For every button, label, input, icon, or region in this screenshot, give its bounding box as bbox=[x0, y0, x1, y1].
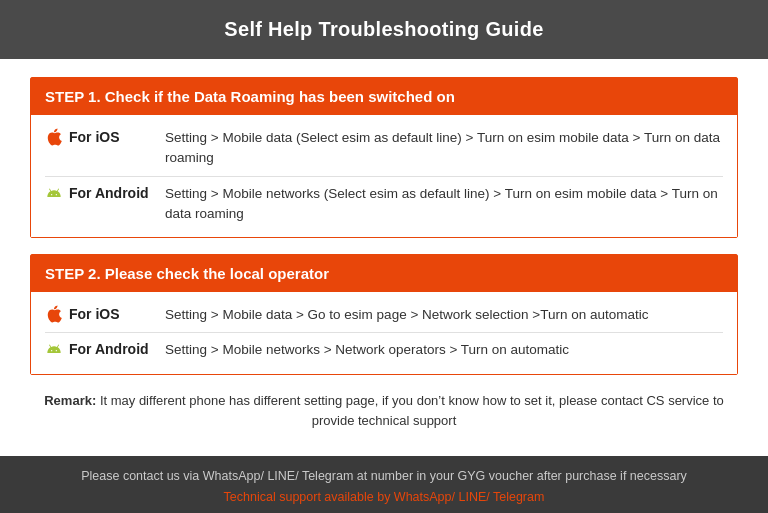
remark-text: It may different phone has different set… bbox=[96, 393, 724, 429]
remark: Remark: It may different phone has diffe… bbox=[30, 391, 738, 433]
step2-android-text: Setting > Mobile networks > Network oper… bbox=[165, 340, 569, 360]
step1-android-text: Setting > Mobile networks (Select esim a… bbox=[165, 184, 723, 225]
android-icon bbox=[45, 184, 63, 202]
step2-block: STEP 2. Please check the local operator … bbox=[30, 254, 738, 375]
step2-ios-label: For iOS bbox=[45, 305, 165, 323]
android-icon-2 bbox=[45, 340, 63, 358]
page-title: Self Help Troubleshooting Guide bbox=[224, 18, 543, 40]
footer: Please contact us via WhatsApp/ LINE/ Te… bbox=[0, 456, 768, 513]
step1-ios-row: For iOS Setting > Mobile data (Select es… bbox=[31, 121, 737, 176]
step1-ios-label: For iOS bbox=[45, 128, 165, 146]
step1-android-row: For Android Setting > Mobile networks (S… bbox=[31, 177, 737, 232]
footer-line2: Technical support available by WhatsApp/… bbox=[20, 487, 748, 508]
step2-ios-text: Setting > Mobile data > Go to esim page … bbox=[165, 305, 649, 325]
step1-rows: For iOS Setting > Mobile data (Select es… bbox=[31, 115, 737, 237]
step2-android-label: For Android bbox=[45, 340, 165, 358]
step2-header: STEP 2. Please check the local operator bbox=[31, 255, 737, 292]
step1-block: STEP 1. Check if the Data Roaming has be… bbox=[30, 77, 738, 238]
step2-android-row: For Android Setting > Mobile networks > … bbox=[31, 333, 737, 367]
footer-line1: Please contact us via WhatsApp/ LINE/ Te… bbox=[20, 466, 748, 487]
page-header: Self Help Troubleshooting Guide bbox=[0, 0, 768, 59]
step2-ios-row: For iOS Setting > Mobile data > Go to es… bbox=[31, 298, 737, 332]
apple-icon-2 bbox=[45, 305, 63, 323]
step2-rows: For iOS Setting > Mobile data > Go to es… bbox=[31, 292, 737, 374]
remark-bold: Remark: bbox=[44, 393, 96, 408]
step1-android-platform-label: For Android bbox=[69, 185, 149, 201]
apple-icon bbox=[45, 128, 63, 146]
step2-android-platform-label: For Android bbox=[69, 341, 149, 357]
step1-android-label: For Android bbox=[45, 184, 165, 202]
main-content: STEP 1. Check if the Data Roaming has be… bbox=[0, 59, 768, 456]
step1-header: STEP 1. Check if the Data Roaming has be… bbox=[31, 78, 737, 115]
step1-ios-text: Setting > Mobile data (Select esim as de… bbox=[165, 128, 723, 169]
step1-ios-platform-label: For iOS bbox=[69, 129, 120, 145]
step2-ios-platform-label: For iOS bbox=[69, 306, 120, 322]
